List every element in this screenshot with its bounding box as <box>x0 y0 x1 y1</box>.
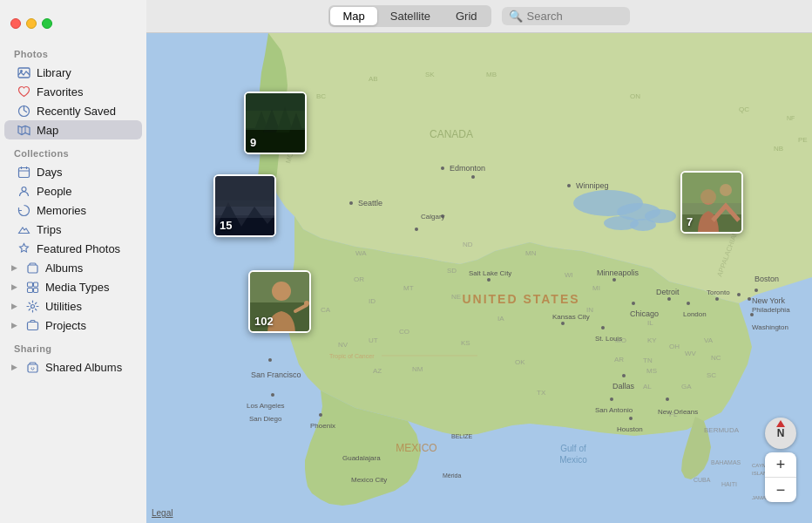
favorites-icon <box>17 85 30 98</box>
svg-text:Chicago: Chicago <box>630 309 659 318</box>
svg-rect-156 <box>682 173 743 203</box>
svg-text:BAHAMAS: BAHAMAS <box>711 459 741 465</box>
svg-text:OH: OH <box>669 343 680 350</box>
search-box[interactable]: 🔍 <box>502 7 630 25</box>
cluster-east-count: 7 <box>687 215 693 228</box>
svg-text:Washington: Washington <box>752 323 788 331</box>
sidebar-item-utilities[interactable]: ▶ Utilities <box>4 296 142 316</box>
svg-text:MN: MN <box>525 249 537 257</box>
memories-icon <box>17 203 30 217</box>
sidebar-item-albums[interactable]: ▶ Albums <box>4 258 142 277</box>
maximize-button[interactable] <box>42 18 52 29</box>
svg-rect-5 <box>28 265 37 273</box>
albums-icon <box>25 261 39 275</box>
view-grid-button[interactable]: Grid <box>443 7 490 25</box>
view-satellite-button[interactable]: Satellite <box>378 7 443 25</box>
svg-text:MO: MO <box>615 336 626 344</box>
svg-point-57 <box>601 326 605 329</box>
recently-saved-icon <box>17 104 30 118</box>
svg-text:MS: MS <box>646 367 657 375</box>
sidebar-item-projects[interactable]: ▶ Projects <box>4 316 142 335</box>
svg-point-53 <box>487 278 491 282</box>
compass-button[interactable]: N <box>765 418 796 449</box>
svg-text:NM: NM <box>412 365 423 373</box>
photo-cluster-east[interactable]: 7 <box>680 171 743 234</box>
compass-label: N <box>777 427 785 439</box>
trips-icon <box>17 222 30 236</box>
svg-text:Salt Lake City: Salt Lake City <box>469 269 511 277</box>
svg-point-27 <box>349 201 353 205</box>
svg-point-150 <box>272 282 291 301</box>
svg-text:CO: CO <box>399 328 409 336</box>
svg-point-72 <box>319 413 322 417</box>
sidebar-item-shared-albums[interactable]: ▶ Shared Albums <box>4 357 142 377</box>
svg-text:HAITI: HAITI <box>721 481 737 487</box>
svg-point-151 <box>304 301 309 306</box>
svg-point-30 <box>471 175 475 179</box>
shared-albums-label: Shared Albums <box>45 361 122 374</box>
zoom-out-button[interactable]: − <box>765 478 796 502</box>
favorites-label: Favorites <box>37 85 83 98</box>
svg-text:AZ: AZ <box>373 367 382 375</box>
media-types-chevron-icon: ▶ <box>11 282 17 291</box>
svg-text:OK: OK <box>515 358 525 366</box>
titlebar <box>0 7 146 40</box>
svg-text:MB: MB <box>486 71 497 78</box>
sidebar-item-featured-photos[interactable]: Featured Photos <box>4 239 142 258</box>
svg-text:PE: PE <box>798 136 808 144</box>
svg-text:London: London <box>683 310 707 318</box>
svg-point-29 <box>415 228 418 231</box>
search-input[interactable] <box>527 10 623 23</box>
svg-text:BC: BC <box>316 92 326 100</box>
svg-text:BERMUDA: BERMUDA <box>704 426 740 434</box>
utilities-chevron-icon: ▶ <box>11 302 17 310</box>
svg-text:OR: OR <box>354 275 364 283</box>
cluster-wa-count: 15 <box>220 219 232 232</box>
svg-point-39 <box>667 297 671 301</box>
sidebar-item-recently-saved[interactable]: Recently Saved <box>4 101 142 120</box>
library-icon <box>17 65 30 79</box>
svg-text:CA: CA <box>321 306 331 314</box>
svg-text:MEXICO: MEXICO <box>396 442 436 454</box>
utilities-icon <box>25 299 39 313</box>
sidebar-item-library[interactable]: Library <box>4 63 142 82</box>
svg-text:ON: ON <box>630 92 640 100</box>
sidebar-item-days[interactable]: Days <box>4 162 142 181</box>
sidebar-item-favorites[interactable]: Favorites <box>4 82 142 101</box>
photo-cluster-wa[interactable]: 15 <box>213 174 276 237</box>
zoom-in-button[interactable]: + <box>765 452 796 477</box>
svg-text:Dallas: Dallas <box>612 382 635 391</box>
main-content: Map Satellite Grid 🔍 <box>146 0 812 523</box>
sidebar-item-memories[interactable]: Memories <box>4 200 142 220</box>
sidebar-item-media-types[interactable]: ▶ Media Types <box>4 277 142 296</box>
svg-point-41 <box>687 302 690 305</box>
svg-rect-6 <box>27 282 32 287</box>
cluster-sf-count: 102 <box>254 315 274 328</box>
svg-point-63 <box>629 417 633 420</box>
photo-cluster-bc[interactable]: 9 <box>244 92 307 154</box>
svg-text:MI: MI <box>592 284 600 292</box>
close-button[interactable] <box>10 18 21 29</box>
svg-text:New Orleans: New Orleans <box>658 408 698 416</box>
svg-text:IL: IL <box>647 319 653 327</box>
sidebar-item-people[interactable]: People <box>4 181 142 200</box>
sidebar-item-trips[interactable]: Trips <box>4 220 142 239</box>
svg-text:UT: UT <box>369 336 378 344</box>
svg-text:IN: IN <box>586 306 593 314</box>
map-area[interactable]: ROCKY MOUNTAINS APPALACHIAN UNITED STATE… <box>146 33 812 523</box>
svg-text:NF: NF <box>787 115 795 121</box>
svg-text:Mexico City: Mexico City <box>351 476 387 484</box>
sidebar-item-map[interactable]: Map <box>4 120 142 139</box>
svg-point-37 <box>632 302 635 305</box>
svg-point-43 <box>715 297 719 301</box>
svg-text:Guadalajara: Guadalajara <box>342 454 381 462</box>
memories-label: Memories <box>37 204 86 217</box>
view-map-button[interactable]: Map <box>330 7 376 25</box>
svg-rect-3 <box>18 167 29 177</box>
minimize-button[interactable] <box>26 18 37 29</box>
svg-text:SD: SD <box>447 267 457 275</box>
svg-point-4 <box>22 187 26 191</box>
legal-link[interactable]: Legal <box>152 508 173 518</box>
photo-cluster-sf[interactable]: 102 <box>248 270 311 333</box>
svg-text:NV: NV <box>338 341 348 349</box>
